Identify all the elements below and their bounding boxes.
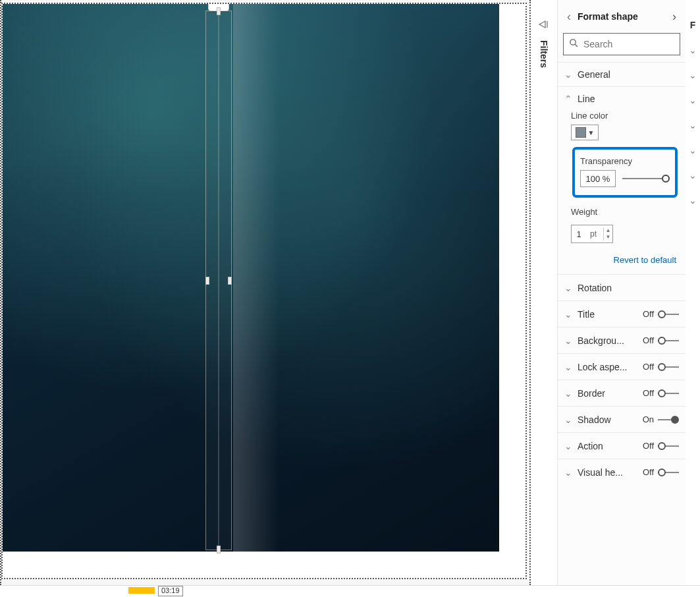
resize-handle-bottom[interactable] [217, 546, 221, 554]
chevron-down-icon[interactable]: ⌄ [689, 45, 697, 55]
svg-point-1 [570, 40, 576, 45]
resize-handle-mid-left[interactable] [205, 277, 209, 285]
canvas-inner[interactable]: ··· [1, 3, 527, 579]
chevron-down-icon: ⌄ [564, 283, 572, 293]
expand-filters-icon[interactable] [539, 20, 549, 31]
format-shape-panel: ‹ Format shape › ⌄ General ⌃ Line Line c… [557, 0, 686, 585]
option-row-action[interactable]: ⌄ActionOff [558, 432, 686, 459]
chevron-down-icon: ⌄ [564, 335, 572, 346]
toggle-state-label: Off [643, 467, 654, 477]
option-label: Rotation [578, 283, 612, 293]
chevron-down-icon[interactable]: ⌄ [689, 70, 697, 80]
option-row-visual-he-[interactable]: ⌄Visual he...Off [558, 459, 686, 485]
toggle-switch[interactable] [658, 310, 679, 318]
toggle-switch[interactable] [658, 337, 679, 345]
option-row-shadow[interactable]: ⌄ShadowOn [558, 406, 686, 432]
panel-back-icon[interactable]: ‹ [563, 10, 575, 24]
search-input[interactable] [583, 39, 699, 49]
chevron-up-icon: ⌃ [564, 94, 572, 104]
toggle-switch[interactable] [658, 469, 679, 476]
extra-panel-letter[interactable]: F [690, 20, 696, 30]
chevron-down-icon: ⌄ [564, 388, 572, 399]
option-label: Border [578, 388, 605, 399]
toggle-state-label: Off [643, 362, 654, 372]
toggle-switch[interactable] [658, 363, 679, 371]
chevron-down-icon: ⌄ [564, 69, 572, 80]
chevron-down-icon[interactable]: ⌄ [689, 195, 697, 206]
spinner-down-icon[interactable]: ▼ [604, 234, 612, 241]
section-line: ⌃ Line Line color ▼ Transparency 100 % [558, 86, 686, 274]
weight-input[interactable]: 1 pt ▲ ▼ [571, 225, 613, 243]
line-color-picker[interactable]: ▼ [571, 125, 599, 140]
option-row-title[interactable]: ⌄TitleOff [558, 300, 686, 327]
option-label: Visual he... [578, 467, 623, 478]
transparency-highlight: Transparency 100 % [572, 147, 678, 198]
toggle-switch[interactable] [658, 389, 679, 397]
svg-line-2 [575, 44, 578, 47]
toggle-state-label: Off [643, 441, 654, 451]
caret-down-icon: ▼ [588, 129, 595, 136]
toggle-state-label: Off [643, 309, 654, 319]
option-label: Action [578, 441, 603, 451]
section-label: Line [578, 94, 595, 104]
option-row-backgrou-[interactable]: ⌄Backgrou...Off [558, 327, 686, 353]
option-row-lock-aspe-[interactable]: ⌄Lock aspe...Off [558, 353, 686, 380]
line-shape [219, 11, 219, 550]
toggle-switch[interactable] [658, 442, 679, 450]
search-box[interactable] [563, 33, 680, 55]
chevron-down-icon: ⌄ [564, 467, 572, 478]
chevron-down-icon: ⌄ [564, 362, 572, 372]
section-label: General [578, 69, 610, 80]
right-collapse-strip: F ⌄ ⌄ ⌄ ⌄ ⌄ ⌄ ⌄ [686, 0, 700, 585]
filters-label[interactable]: Filters [539, 40, 549, 68]
resize-handle-mid-right[interactable] [228, 277, 232, 285]
chevron-down-icon[interactable]: ⌄ [689, 170, 697, 181]
toggle-state-label: Off [643, 335, 654, 345]
filters-rail: Filters [531, 0, 557, 585]
option-row-border[interactable]: ⌄BorderOff [558, 380, 686, 406]
resize-handle-top[interactable] [217, 7, 221, 15]
option-row-rotation[interactable]: ⌄Rotation [558, 274, 686, 300]
chevron-down-icon[interactable]: ⌄ [689, 145, 697, 156]
option-label: Lock aspe... [578, 362, 628, 372]
selected-shape-line[interactable]: ··· [205, 11, 232, 550]
weight-label: Weight [571, 207, 679, 217]
option-label: Backgrou... [578, 335, 624, 346]
slider-knob[interactable] [662, 175, 670, 183]
line-color-label: Line color [571, 111, 679, 121]
color-swatch [576, 127, 586, 138]
weight-unit: pt [586, 229, 603, 239]
option-label: Title [578, 309, 595, 320]
timeline-bar[interactable]: 03:19 [0, 585, 700, 597]
chevron-down-icon[interactable]: ⌄ [689, 120, 697, 130]
timeline-segment[interactable] [128, 587, 155, 594]
transparency-label: Transparency [580, 156, 670, 166]
chevron-down-icon[interactable]: ⌄ [689, 95, 697, 105]
chevron-down-icon: ⌄ [564, 441, 572, 451]
report-canvas[interactable]: ··· [0, 0, 531, 585]
timeline-timestamp[interactable]: 03:19 [158, 586, 183, 596]
search-icon [569, 38, 578, 50]
transparency-value-input[interactable]: 100 % [580, 170, 616, 187]
chevron-down-icon: ⌄ [564, 414, 572, 425]
page-background-image [3, 4, 499, 552]
toggle-switch[interactable] [658, 416, 679, 424]
weight-value: 1 [572, 229, 586, 239]
toggle-state-label: On [643, 414, 654, 424]
panel-forward-icon[interactable]: › [668, 10, 680, 24]
chevron-down-icon: ⌄ [564, 309, 572, 320]
spinner-up-icon[interactable]: ▲ [604, 227, 612, 234]
section-line-header[interactable]: ⌃ Line [564, 94, 679, 104]
section-general[interactable]: ⌄ General [558, 62, 686, 86]
revert-to-default-link[interactable]: Revert to default [571, 255, 676, 265]
option-label: Shadow [578, 414, 611, 425]
toggle-state-label: Off [643, 388, 654, 398]
transparency-slider[interactable] [622, 174, 670, 183]
panel-title: Format shape [575, 11, 668, 22]
